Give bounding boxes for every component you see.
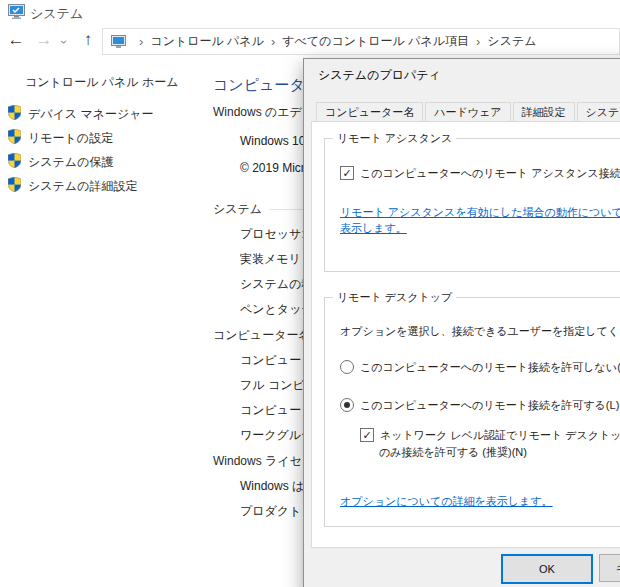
uac-shield-icon <box>8 153 21 171</box>
breadcrumb-separator: › <box>139 34 143 49</box>
breadcrumb-separator: › <box>476 34 480 49</box>
remote-desktop-group-label: リモート デスクトップ <box>333 290 456 305</box>
sidebar-item-advanced-settings[interactable]: システムの詳細設定 <box>8 177 137 195</box>
remote-desktop-help-link[interactable]: オプションについての詳細を表示します。 <box>340 494 553 509</box>
tab-computer-name[interactable]: コンピューター名 <box>316 102 423 122</box>
breadcrumb-system-icon <box>111 35 126 48</box>
remote-assistance-checkbox[interactable]: ✓ <box>340 166 354 180</box>
sidebar-item-remote-settings[interactable]: リモートの設定 <box>8 129 113 147</box>
address-bar[interactable]: › コントロール パネル › すべてのコントロール パネル項目 › システム <box>102 28 620 55</box>
allow-remote-connections-radio-row[interactable]: このコンピューターへのリモート接続を許可する(L) <box>340 398 619 413</box>
remote-tab-page: リモート アシスタンス ✓ このコンピューターへのリモート アシスタンス接続を許… <box>311 121 620 548</box>
deny-remote-connections-radio-row[interactable]: このコンピューターへのリモート接続を許可しない(D) <box>340 360 620 375</box>
system-properties-dialog: システムのプロパティ コンピューター名 ハードウェア 詳細設定 システムの保護 … <box>303 58 620 587</box>
deny-remote-connections-radio[interactable] <box>340 360 354 374</box>
window-title: システム <box>30 5 83 23</box>
sidebar-item-label: リモートの設定 <box>28 130 113 147</box>
tab-system-protection[interactable]: システムの保護 <box>577 102 620 122</box>
cancel-button[interactable]: キャンセル <box>599 554 620 582</box>
breadcrumb-control-panel[interactable]: コントロール パネル <box>150 33 264 50</box>
system-monitor-icon <box>8 4 25 23</box>
sidebar-control-panel-home[interactable]: コントロール パネル ホーム <box>25 74 178 91</box>
tab-hardware[interactable]: ハードウェア <box>425 102 510 122</box>
dialog-title: システムのプロパティ <box>318 67 441 84</box>
uac-shield-icon <box>8 129 21 147</box>
deny-radio-label: このコンピューターへのリモート接続を許可しない(D) <box>360 360 620 375</box>
sidebar-item-label: システムの保護 <box>28 154 113 171</box>
nla-checkbox-row[interactable]: ✓ ネットワーク レベル認証でリモート デスクトップを実行し <box>360 428 620 443</box>
uac-shield-icon <box>8 177 21 195</box>
remote-desktop-instruction: オプションを選択し、接続できるユーザーを指定してください。 <box>340 324 620 339</box>
remote-assistance-checkbox-label: このコンピューターへのリモート アシスタンス接続を許可する(R) <box>360 166 620 181</box>
ok-button[interactable]: OK <box>501 554 593 584</box>
allow-remote-connections-radio[interactable] <box>340 398 354 412</box>
breadcrumb-all-items[interactable]: すべてのコントロール パネル項目 <box>282 33 469 50</box>
system-control-panel-window: システム ← → › ↑ › コントロール パネル › すべてのコントロール パ… <box>0 0 620 587</box>
remote-assistance-help-link[interactable]: リモート アシスタンスを有効にした場合の動作についての詳細を 表示します。 <box>340 204 620 236</box>
tab-advanced[interactable]: 詳細設定 <box>513 102 575 122</box>
window-titlebar: システム <box>0 0 620 24</box>
sidebar-item-label: システムの詳細設定 <box>28 178 137 195</box>
breadcrumb-separator: › <box>271 34 275 49</box>
remote-assistance-checkbox-row[interactable]: ✓ このコンピューターへのリモート アシスタンス接続を許可する(R) <box>340 166 620 181</box>
sidebar-item-system-protection[interactable]: システムの保護 <box>8 153 113 171</box>
allow-radio-label: このコンピューターへのリモート接続を許可する(L) <box>360 398 619 413</box>
history-chevron-icon[interactable]: › <box>56 30 72 54</box>
uac-shield-icon <box>8 105 21 123</box>
up-button[interactable]: ↑ <box>76 28 100 52</box>
nla-checkbox[interactable]: ✓ <box>360 428 374 442</box>
breadcrumb-system[interactable]: システム <box>487 33 536 50</box>
sidebar-item-device-manager[interactable]: デバイス マネージャー <box>8 105 154 123</box>
remote-assistance-group-label: リモート アシスタンス <box>333 131 456 146</box>
nla-checkbox-label-line1: ネットワーク レベル認証でリモート デスクトップを実行し <box>380 428 620 443</box>
navigation-toolbar: ← → › ↑ › コントロール パネル › すべてのコントロール パネル項目 … <box>0 26 620 56</box>
nla-checkbox-label-line2: のみ接続を許可する (推奨)(N) <box>379 445 527 460</box>
dialog-tab-strip: コンピューター名 ハードウェア 詳細設定 システムの保護 リモート <box>316 99 620 122</box>
back-button[interactable]: ← <box>4 28 28 52</box>
sidebar-item-label: デバイス マネージャー <box>28 106 154 123</box>
